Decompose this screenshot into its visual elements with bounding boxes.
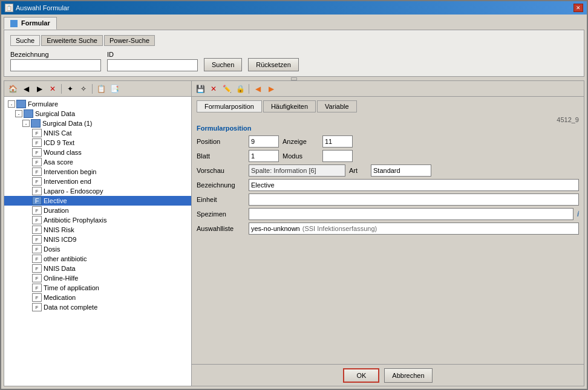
tree-item-elective[interactable]: F Elective <box>4 196 191 206</box>
tree-item-other-antibiotic[interactable]: F other antibiotic <box>4 254 191 264</box>
auswahlliste-field[interactable]: yes-no-unknown (SSI Infektionserfassung) <box>249 223 579 235</box>
tree-item-nnis-icd9[interactable]: F NNIS ICD9 <box>4 235 191 244</box>
expander-surgical-data-1[interactable]: - <box>22 120 30 127</box>
tree-item-nnis-data[interactable]: F NNIS Data <box>4 264 191 273</box>
toolbar-lock-btn[interactable]: 🔒 <box>234 83 246 95</box>
tree-item-icd9-text[interactable]: F ICD 9 Text <box>4 138 191 148</box>
tab-variable[interactable]: Variable <box>317 100 357 112</box>
tab-haufigkeiten[interactable]: Häufigkeiten <box>263 100 316 112</box>
blatt-input[interactable] <box>249 150 279 162</box>
icon-intervention-end: F <box>32 177 42 186</box>
tab-suche[interactable]: Suche <box>10 35 40 46</box>
auswahlliste-label: Auswahlliste <box>197 225 245 232</box>
left-toolbar: 🏠 ◀ ▶ ✕ ✦ ✧ 📋 📑 <box>4 81 191 97</box>
toolbar-forward-btn[interactable]: ▶ <box>33 83 45 95</box>
search-button[interactable]: Suchen <box>204 58 242 71</box>
icon-intervention-begin: F <box>32 167 42 176</box>
tree-item-time-of-application[interactable]: F Time of application <box>4 283 191 293</box>
toolbar-close-btn[interactable]: ✕ <box>207 83 220 95</box>
bezeichnung-form-row: Bezeichnung <box>197 179 579 191</box>
vorschau-input[interactable] <box>249 164 345 177</box>
spezimen-input[interactable] <box>249 208 573 220</box>
bezeichnung-form-input[interactable] <box>249 179 579 191</box>
vorschau-label: Vorschau <box>197 167 245 174</box>
spezimen-row: Spezimen i <box>197 208 579 220</box>
toolbar-paste-btn[interactable]: 📑 <box>108 83 120 95</box>
formular-tab[interactable]: Formular <box>4 17 57 30</box>
close-button[interactable]: ✕ <box>573 4 583 12</box>
sep3 <box>249 84 249 94</box>
right-panel: 💾 ✕ ✏️ 🔒 ◀ ▶ Formularposition Häufigkeit… <box>192 81 584 386</box>
bezeichnung-label: Bezeichnung <box>10 51 101 58</box>
bezeichnung-input[interactable] <box>10 59 101 71</box>
tab-formularposition[interactable]: Formularposition <box>197 100 262 112</box>
id-input[interactable] <box>107 59 198 71</box>
tree-item-formulare[interactable]: - Formulare <box>4 99 191 109</box>
anzeige-input[interactable] <box>322 135 353 148</box>
modus-input[interactable] <box>322 150 353 162</box>
toolbar-cross-btn[interactable]: ✦ <box>64 83 76 95</box>
tree-item-data-not-complete[interactable]: F Data not complete <box>4 302 191 312</box>
reset-button[interactable]: Rücksetzen <box>248 58 298 71</box>
tree-item-nnis-cat[interactable]: F NNIS Cat <box>4 128 191 138</box>
tree-item-dosis[interactable]: F Dosis <box>4 244 191 254</box>
art-input[interactable] <box>371 164 431 177</box>
tree-item-medication[interactable]: F Medication <box>4 293 191 302</box>
tree-item-nnis-risk[interactable]: F NNIS Risk <box>4 225 191 235</box>
expander-surgical-data[interactable]: - <box>15 110 22 117</box>
modus-label: Modus <box>283 152 319 160</box>
tree-item-surgical-data-1[interactable]: - Surgical Data (1) <box>4 119 191 128</box>
right-content: Formularposition Häufigkeiten Variable 4… <box>192 97 584 364</box>
tree-item-intervention-end[interactable]: F Intervention end <box>4 177 191 186</box>
toolbar-edit-btn[interactable]: ✏️ <box>221 83 233 95</box>
search-fields: Bezeichnung ID Suchen Rücksetzen <box>10 51 578 71</box>
icon-nnis-data: F <box>32 264 42 273</box>
icon-icd9-text: F <box>32 138 42 147</box>
tree-item-antibiotic[interactable]: F Antibiotic Prophylaxis <box>4 215 191 225</box>
window-content: Formular Suche Erweiterte Suche Power-Su… <box>1 15 587 389</box>
cancel-button[interactable]: Abbrechen <box>384 368 432 383</box>
auswahlliste-value: yes-no-unknown <box>251 225 300 232</box>
tree-item-duration[interactable]: F Duration <box>4 206 191 215</box>
title-bar: 📋 Auswahl Formular ✕ <box>1 1 587 15</box>
toolbar-prev-btn[interactable]: ◀ <box>252 83 264 95</box>
ok-button[interactable]: OK <box>343 368 379 383</box>
einheit-input[interactable] <box>249 193 579 206</box>
toolbar-star-btn[interactable]: ✧ <box>77 83 90 95</box>
tree-container[interactable]: - Formulare - Surgical Data - <box>4 97 191 386</box>
blatt-row: Blatt Modus <box>197 150 579 162</box>
tab-power-suche[interactable]: Power-Suche <box>104 35 155 46</box>
main-area: 🏠 ◀ ▶ ✕ ✦ ✧ 📋 📑 - <box>4 80 584 386</box>
tree-item-laparo[interactable]: F Laparo - Endoscopy <box>4 186 191 196</box>
toolbar-next-btn[interactable]: ▶ <box>265 83 277 95</box>
art-label: Art <box>349 167 367 174</box>
tree-item-surgical-data[interactable]: - Surgical Data <box>4 109 191 119</box>
divider-handle[interactable] <box>291 77 297 80</box>
toolbar-home-btn[interactable]: 🏠 <box>7 83 19 95</box>
icon-nnis-risk: F <box>32 226 42 234</box>
icon-surgical-data-1 <box>31 119 41 128</box>
toolbar-back-btn[interactable]: ◀ <box>20 83 32 95</box>
toolbar-copy-btn[interactable]: 📋 <box>95 83 107 95</box>
tree-item-asa-score[interactable]: F Asa score <box>4 157 191 167</box>
formular-tab-icon <box>10 20 18 27</box>
spezimen-label: Spezimen <box>197 210 245 218</box>
id-group: ID <box>107 51 198 71</box>
icon-nnis-cat: F <box>32 129 42 137</box>
auswahlliste-sub: (SSI Infektionserfassung) <box>302 225 377 232</box>
bezeichnung-form-label: Bezeichnung <box>197 181 245 189</box>
toolbar-save-btn[interactable]: 💾 <box>194 83 206 95</box>
icon-asa-score: F <box>32 158 42 166</box>
expander-formulare[interactable]: - <box>8 100 15 108</box>
toolbar-stop-btn[interactable]: ✕ <box>47 83 59 95</box>
icon-antibiotic: F <box>32 216 42 224</box>
tree-item-online-hilfe[interactable]: F Online-Hilfe <box>4 273 191 283</box>
icon-elective: F <box>32 197 42 205</box>
tree-item-intervention-begin[interactable]: F Intervention begin <box>4 167 191 177</box>
icon-data-not-complete: F <box>32 303 42 311</box>
tree-item-wound-class[interactable]: F Wound class <box>4 148 191 157</box>
info-icon[interactable]: i <box>577 210 579 218</box>
tab-erweiterte-suche[interactable]: Erweiterte Suche <box>41 35 103 46</box>
position-input[interactable] <box>249 135 279 148</box>
main-tab-bar: Formular <box>4 17 584 30</box>
